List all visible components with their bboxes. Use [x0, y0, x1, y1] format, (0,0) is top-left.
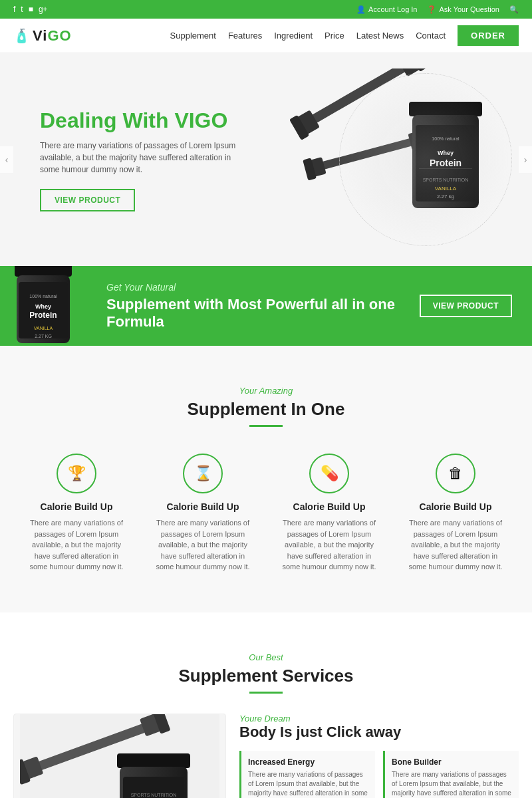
top-actions: 👤 Account Log In ❓ Ask Your Question 🔍: [356, 5, 519, 14]
svg-text:SPORTS NUTRITION: SPORTS NUTRITION: [131, 793, 177, 797]
banner-view-product-button[interactable]: VIEW PRODUCT: [420, 295, 512, 317]
carousel-next-button[interactable]: ›: [519, 146, 532, 173]
feature-title-3: Calorie Build Up: [279, 501, 379, 512]
header: 🧴 ViGO Supplement Features Ingredient Pr…: [0, 19, 532, 53]
banner-subtitle: Get Your Natural: [106, 282, 406, 293]
top-bar: f t ■ g+ 👤 Account Log In ❓ Ask Your Que…: [0, 0, 532, 19]
nav-latest-news[interactable]: Latest News: [356, 31, 404, 41]
search-icon: 🔍: [509, 5, 519, 14]
svg-text:Protein: Protein: [29, 311, 57, 320]
banner-jar: 100% natural Whey Protein VANILLA 2.27 K…: [13, 266, 73, 346]
feature-title-1: Calorie Build Up: [27, 501, 126, 512]
feature-icon-3: 💊: [309, 454, 349, 493]
feature-desc-4: There are many variations of passages of…: [406, 517, 505, 573]
main-nav: Supplement Features Ingredient Price Lat…: [170, 25, 519, 46]
services-right-content: Youre Dream Body Is just Click away Incr…: [239, 714, 519, 799]
service-item-title-1: Increased Energy: [248, 757, 368, 767]
social-links: f t ■ g+: [13, 5, 48, 14]
search-link[interactable]: 🔍: [509, 5, 519, 14]
banner-main-text: Supplement with Most Powerful all in one…: [106, 296, 406, 331]
nav-features[interactable]: Features: [228, 31, 262, 41]
nav-supplement[interactable]: Supplement: [170, 31, 216, 41]
nav-contact[interactable]: Contact: [416, 31, 446, 41]
services-section-header: Our Best Supplement Services: [0, 652, 532, 694]
feature-icon-4: 🗑: [436, 454, 475, 493]
green-banner: 100% natural Whey Protein VANILLA 2.27 K…: [0, 266, 532, 346]
feature-card-4: 🗑 Calorie Build Up There are many variat…: [399, 447, 512, 579]
services-grid: Increased Energy There are many variatio…: [239, 751, 519, 799]
features-section-header: Your Amazing Supplement In One: [0, 386, 532, 427]
svg-rect-39: [117, 753, 190, 768]
features-section: Your Amazing Supplement In One 🏆 Calorie…: [0, 346, 532, 612]
user-icon: 👤: [356, 5, 366, 14]
logo: 🧴 ViGO: [13, 27, 72, 45]
carousel-prev-button[interactable]: ‹: [0, 146, 13, 173]
service-item-2: Bone Builder There are many variations o…: [383, 751, 519, 799]
question-icon: ❓: [427, 5, 436, 14]
service-item-1: Increased Energy There are many variatio…: [239, 751, 375, 799]
features-title-line: [249, 425, 283, 427]
service-item-title-2: Bone Builder: [392, 757, 512, 767]
svg-text:100% natural: 100% natural: [29, 294, 57, 299]
feature-desc-1: There are many variations of passages of…: [27, 517, 126, 573]
nav-price[interactable]: Price: [325, 31, 344, 41]
svg-text:2.27 KG: 2.27 KG: [35, 334, 52, 338]
feature-card-1: 🏆 Calorie Build Up There are many variat…: [20, 447, 133, 579]
services-subtitle: Our Best: [0, 652, 532, 662]
features-subtitle: Your Amazing: [0, 386, 532, 396]
feature-card-3: 💊 Calorie Build Up There are many variat…: [273, 447, 386, 579]
services-product-svg: SPORTS NUTRITION 100% natural Whey Prote…: [20, 714, 219, 799]
features-grid: 🏆 Calorie Build Up There are many variat…: [0, 447, 532, 579]
features-title: Supplement In One: [0, 399, 532, 420]
hero-content: Dealing With VIGO There are many variati…: [40, 108, 505, 211]
google-plus-icon[interactable]: g+: [39, 5, 48, 14]
svg-rect-20: [15, 266, 72, 277]
feature-desc-3: There are many variations of passages of…: [279, 517, 379, 573]
services-title-line: [249, 692, 283, 694]
ask-question-link[interactable]: ❓ Ask Your Question: [427, 5, 499, 14]
feature-card-2: ⌛ Calorie Build Up There are many variat…: [146, 447, 259, 579]
logo-text: ViGO: [33, 27, 72, 45]
facebook-icon[interactable]: f: [13, 5, 15, 14]
services-title: Supplement Services: [0, 666, 532, 686]
hero-description: There are many variations of passages of…: [40, 140, 239, 176]
services-section: Our Best Supplement Services: [0, 612, 532, 799]
hero-section: ‹ Dealing With VIGO There are many varia…: [0, 53, 532, 266]
svg-text:VANILLA: VANILLA: [34, 326, 53, 331]
services-content: SPORTS NUTRITION 100% natural Whey Prote…: [0, 714, 532, 799]
order-button[interactable]: ORDER: [458, 25, 519, 46]
services-dream-title: Body Is just Click away: [239, 724, 519, 741]
nav-ingredient[interactable]: Ingredient: [274, 31, 313, 41]
svg-text:Whey: Whey: [35, 303, 51, 310]
banner-content: Get Your Natural Supplement with Most Po…: [106, 282, 406, 331]
services-product-image: SPORTS NUTRITION 100% natural Whey Prote…: [13, 714, 226, 799]
feature-title-2: Calorie Build Up: [153, 501, 253, 512]
twitter-icon[interactable]: t: [21, 5, 23, 14]
service-item-desc-2: There are many variations of passages of…: [392, 770, 512, 799]
service-item-desc-1: There are many variations of passages of…: [248, 770, 368, 799]
logo-icon: 🧴: [13, 28, 30, 44]
hero-title: Dealing With VIGO: [40, 108, 505, 133]
feature-desc-2: There are many variations of passages of…: [153, 517, 253, 573]
feature-icon-1: 🏆: [57, 454, 96, 493]
pinterest-icon[interactable]: ■: [29, 5, 33, 14]
feature-title-4: Calorie Build Up: [406, 501, 505, 512]
view-product-button[interactable]: VIEW PRODUCT: [40, 189, 135, 211]
feature-icon-2: ⌛: [183, 454, 223, 493]
banner-jar-svg: 100% natural Whey Protein VANILLA 2.27 K…: [13, 266, 73, 343]
account-login-link[interactable]: 👤 Account Log In: [356, 5, 417, 14]
services-dream-subtitle: Youre Dream: [239, 714, 519, 724]
